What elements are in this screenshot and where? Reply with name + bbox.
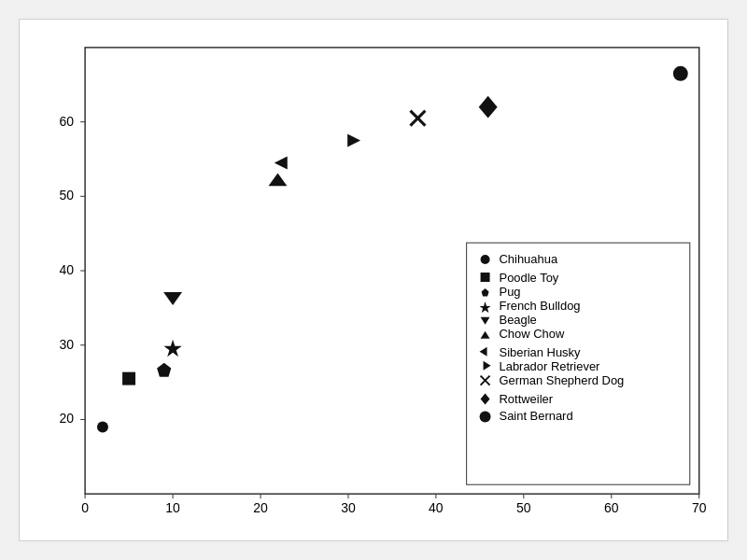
legend-chihuahua-icon	[481, 255, 490, 264]
legend-labrador-label: Labrador Retriever	[500, 359, 601, 373]
y-tick-60: 60	[60, 114, 75, 129]
x-tick-60: 60	[604, 500, 619, 515]
legend-rottweiler-label: Rottweiler	[500, 392, 554, 406]
y-tick-50: 50	[60, 188, 75, 203]
legend-siberian-husky-label: Siberian Husky	[500, 345, 582, 359]
y-tick-40: 40	[60, 262, 75, 277]
x-tick-70: 70	[692, 500, 707, 515]
legend-beagle-label: Beagle	[500, 313, 537, 327]
x-tick-20: 20	[253, 500, 268, 515]
point-poodle-toy	[122, 372, 135, 385]
x-tick-0: 0	[81, 500, 89, 515]
point-chihuahua	[97, 421, 108, 432]
legend-chow-chow-label: Chow Chow	[500, 327, 565, 341]
legend-pug-label: Pug	[500, 285, 521, 299]
y-tick-20: 20	[60, 411, 75, 426]
x-tick-40: 40	[429, 500, 444, 515]
legend-gsd-label: German Shepherd Dog	[500, 373, 625, 387]
legend-chihuahua-label: Chihuahua	[500, 252, 558, 266]
x-tick-30: 30	[341, 500, 356, 515]
x-tick-50: 50	[516, 500, 531, 515]
legend-french-bulldog-label: French Bulldog	[500, 299, 581, 313]
chart-container: 0 10 20 30 40 50 60 70 20 30 40 50 60	[19, 19, 728, 541]
legend-poodle-icon	[481, 273, 490, 282]
y-tick-30: 30	[60, 337, 75, 352]
legend-saint-bernard-label: Saint Bernard	[500, 409, 573, 423]
x-tick-10: 10	[165, 500, 180, 515]
legend-saint-bernard-icon	[480, 411, 491, 422]
legend-poodle-label: Poodle Toy	[500, 271, 559, 285]
point-saint-bernard	[673, 66, 688, 81]
